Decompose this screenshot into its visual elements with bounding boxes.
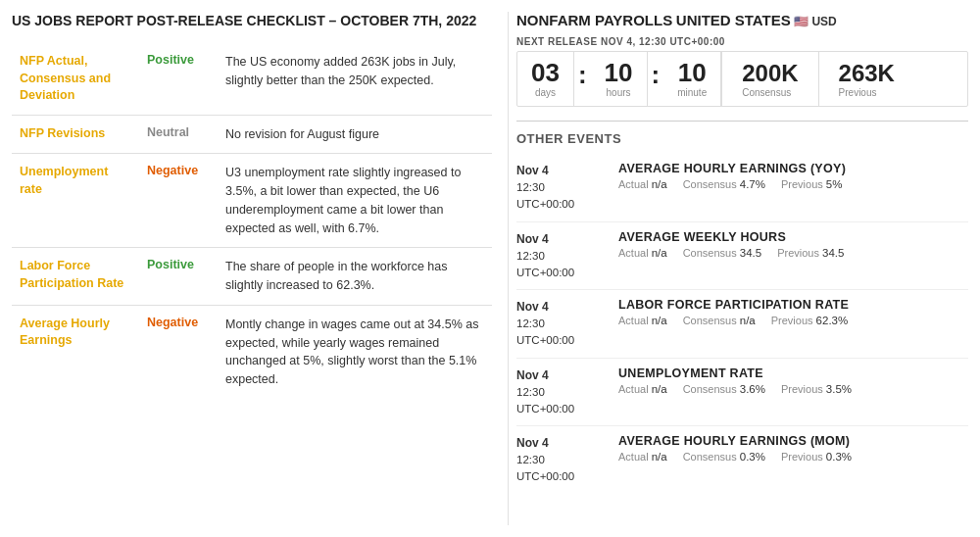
page-title: US JOBS REPORT POST-RELEASE CHECKLIST – … bbox=[12, 12, 492, 29]
flag-emoji: 🇺🇸 bbox=[794, 15, 808, 28]
row-label: NFP Revisions bbox=[12, 115, 139, 154]
event-details: AVERAGE WEEKLY HOURS Actual n/a Consensu… bbox=[618, 230, 968, 259]
right-title: NONFARM PAYROLLS bbox=[516, 12, 672, 28]
countdown-minutes: 10 minute bbox=[663, 52, 721, 106]
event-details: UNEMPLOYMENT RATE Actual n/a Consensus 3… bbox=[618, 366, 968, 395]
currency-code: USD bbox=[811, 15, 836, 28]
event-date: Nov 4 12:30 UTC+00:00 bbox=[516, 434, 605, 486]
table-row: Average Hourly Earnings Negative Montly … bbox=[12, 305, 492, 399]
previous-stat: 263K Previous bbox=[819, 52, 914, 106]
event-previous: Previous 3.5% bbox=[781, 383, 852, 395]
row-description: U3 unemployment rate slightly ingreased … bbox=[218, 154, 492, 248]
event-item: Nov 4 12:30 UTC+00:00 AVERAGE HOURLY EAR… bbox=[516, 154, 968, 222]
event-item: Nov 4 12:30 UTC+00:00 AVERAGE HOURLY EAR… bbox=[516, 426, 968, 494]
event-actual: Actual n/a bbox=[618, 315, 667, 326]
table-row: NFP Actual, Consensus and Deviation Posi… bbox=[12, 43, 492, 115]
row-label: Average Hourly Earnings bbox=[12, 305, 139, 399]
event-consensus: Consensus 0.3% bbox=[683, 451, 765, 463]
event-date: Nov 4 12:30 UTC+00:00 bbox=[516, 230, 605, 282]
checklist-table: NFP Actual, Consensus and Deviation Posi… bbox=[12, 43, 492, 399]
event-previous: Previous 0.3% bbox=[781, 451, 852, 463]
row-description: No revision for August figure bbox=[218, 115, 492, 154]
consensus-stat: 200K Consensus bbox=[721, 52, 818, 106]
countdown-hours: 10 hours bbox=[591, 52, 648, 106]
event-actual: Actual n/a bbox=[618, 247, 667, 259]
event-previous: Previous 34.5 bbox=[777, 247, 844, 259]
currency-flag: 🇺🇸 USD bbox=[794, 15, 836, 28]
row-label: Unemployment rate bbox=[12, 154, 139, 248]
event-item: Nov 4 12:30 UTC+00:00 AVERAGE WEEKLY HOU… bbox=[516, 222, 968, 291]
right-panel: NONFARM PAYROLLS UNITED STATES 🇺🇸 USD NE… bbox=[508, 12, 968, 525]
event-name: AVERAGE HOURLY EARNINGS (YOY) bbox=[618, 162, 968, 175]
event-stats: Actual n/a Consensus 3.6% Previous 3.5% bbox=[618, 383, 968, 395]
event-details: AVERAGE HOURLY EARNINGS (YOY) Actual n/a… bbox=[618, 162, 968, 190]
event-actual: Actual n/a bbox=[618, 451, 667, 463]
event-name: UNEMPLOYMENT RATE bbox=[618, 366, 968, 380]
event-details: LABOR FORCE PARTICIPATION RATE Actual n/… bbox=[618, 298, 968, 326]
event-stats: Actual n/a Consensus 4.7% Previous 5% bbox=[618, 178, 968, 190]
event-date: Nov 4 12:30 UTC+00:00 bbox=[516, 298, 605, 350]
event-previous: Previous 5% bbox=[781, 178, 842, 190]
event-stats: Actual n/a Consensus 34.5 Previous 34.5 bbox=[618, 247, 968, 259]
row-status: Negative bbox=[139, 305, 218, 399]
row-label: NFP Actual, Consensus and Deviation bbox=[12, 43, 139, 115]
row-status: Neutral bbox=[139, 115, 218, 154]
event-previous: Previous 62.3% bbox=[771, 315, 848, 326]
event-consensus: Consensus 3.6% bbox=[683, 383, 765, 395]
event-item: Nov 4 12:30 UTC+00:00 LABOR FORCE PARTIC… bbox=[516, 290, 968, 359]
event-actual: Actual n/a bbox=[618, 383, 667, 395]
event-name: LABOR FORCE PARTICIPATION RATE bbox=[618, 298, 968, 312]
row-description: The share of people in the workforce has… bbox=[218, 248, 492, 306]
event-consensus: Consensus 34.5 bbox=[683, 247, 761, 259]
row-status: Positive bbox=[139, 248, 218, 306]
event-consensus: Consensus n/a bbox=[683, 315, 756, 326]
table-row: Unemployment rate Negative U3 unemployme… bbox=[12, 154, 492, 248]
row-description: The US economy added 263K jobs in July, … bbox=[218, 43, 492, 115]
row-description: Montly change in wages came out at 34.5%… bbox=[218, 305, 492, 399]
next-release-label: NEXT RELEASE NOV 4, 12:30 UTC+00:00 bbox=[516, 36, 968, 47]
row-status: Positive bbox=[139, 43, 218, 115]
left-panel: US JOBS REPORT POST-RELEASE CHECKLIST – … bbox=[12, 12, 492, 525]
countdown-row: 03 days : 10 hours : 10 minute 200K Cons… bbox=[516, 51, 968, 107]
event-item: Nov 4 12:30 UTC+00:00 UNEMPLOYMENT RATE … bbox=[516, 359, 968, 427]
other-events-title: OTHER EVENTS bbox=[516, 121, 968, 146]
event-date: Nov 4 12:30 UTC+00:00 bbox=[516, 162, 605, 214]
event-stats: Actual n/a Consensus 0.3% Previous 0.3% bbox=[618, 451, 968, 463]
row-label: Labor Force Participation Rate bbox=[12, 248, 139, 306]
event-name: AVERAGE HOURLY EARNINGS (MOM) bbox=[618, 434, 968, 448]
event-name: AVERAGE WEEKLY HOURS bbox=[618, 230, 968, 244]
event-actual: Actual n/a bbox=[618, 178, 667, 190]
event-stats: Actual n/a Consensus n/a Previous 62.3% bbox=[618, 315, 968, 326]
right-subtitle: UNITED STATES bbox=[676, 12, 791, 28]
events-list: Nov 4 12:30 UTC+00:00 AVERAGE HOURLY EAR… bbox=[516, 154, 968, 494]
table-row: Labor Force Participation Rate Positive … bbox=[12, 248, 492, 306]
event-consensus: Consensus 4.7% bbox=[683, 178, 765, 190]
colon-1: : bbox=[574, 52, 591, 98]
colon-2: : bbox=[648, 52, 664, 98]
table-row: NFP Revisions Neutral No revision for Au… bbox=[12, 115, 492, 154]
event-details: AVERAGE HOURLY EARNINGS (MOM) Actual n/a… bbox=[618, 434, 968, 463]
event-date: Nov 4 12:30 UTC+00:00 bbox=[516, 366, 605, 418]
countdown-days: 03 days bbox=[517, 52, 574, 106]
row-status: Negative bbox=[139, 154, 218, 248]
